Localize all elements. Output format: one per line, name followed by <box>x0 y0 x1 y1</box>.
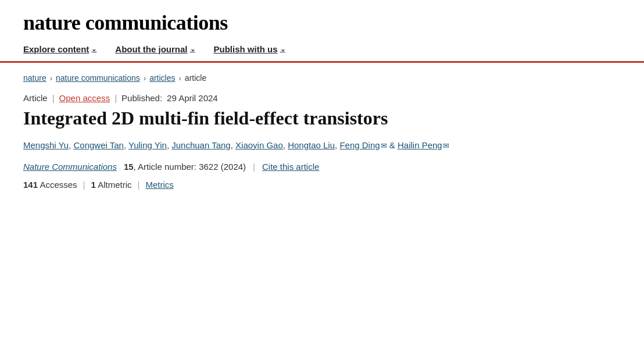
author-congwei-tan[interactable]: Congwei Tan <box>73 140 123 150</box>
nav-explore-content-label: Explore content <box>23 44 89 54</box>
journal-info: Nature Communications 15, Article number… <box>23 162 621 172</box>
published-date: 29 April 2024 <box>167 93 218 103</box>
metrics-link[interactable]: Metrics <box>145 180 173 190</box>
published-label: Published: <box>121 93 162 103</box>
chevron-down-icon: ⌄ <box>280 45 285 53</box>
chevron-down-icon: ⌄ <box>91 45 96 53</box>
meta-separator-2: | <box>115 93 117 103</box>
author-yuling-yin[interactable]: Yuling Yin <box>128 140 167 150</box>
breadcrumb-current: article <box>185 73 206 83</box>
main-nav: Explore content ⌄ About the journal ⌄ Pu… <box>23 44 621 61</box>
breadcrumb-nature-communications[interactable]: nature communications <box>56 73 140 83</box>
nav-about-journal-label: About the journal <box>115 44 187 54</box>
author-hailin-peng[interactable]: Hailin Peng <box>398 140 442 150</box>
metrics-separator-1: | <box>83 180 85 190</box>
nav-publish-with-us-label: Publish with us <box>214 44 278 54</box>
metrics-bar: 141 Accesses | 1 Altmetric | Metrics <box>23 180 621 190</box>
breadcrumb: nature › nature communications › article… <box>23 73 621 83</box>
header: nature communications Explore content ⌄ … <box>0 0 644 61</box>
nav-publish-with-us[interactable]: Publish with us ⌄ <box>214 44 285 54</box>
accesses-label: Accesses <box>40 180 77 190</box>
altmetric-count-value: 1 <box>91 180 95 190</box>
accesses-count-value: 141 <box>23 180 38 190</box>
journal-details: 15, Article number: 3622 (2024) <box>124 162 246 172</box>
cite-this-article-link[interactable]: Cite this article <box>262 162 319 172</box>
altmetric-count: 1 Altmetric <box>91 180 131 190</box>
article-year: 2024 <box>224 162 243 172</box>
site-logo[interactable]: nature communications <box>23 10 228 35</box>
author-mengshi-yu[interactable]: Mengshi Yu <box>23 140 69 150</box>
chevron-down-icon: ⌄ <box>190 45 195 53</box>
authors-list: Mengshi Yu, Congwei Tan, Yuling Yin, Jun… <box>23 138 523 152</box>
breadcrumb-articles[interactable]: articles <box>149 73 175 83</box>
journal-volume: 15 <box>124 162 134 172</box>
article-number: 3622 <box>199 162 218 172</box>
email-icon-hailin-peng: ✉ <box>443 140 449 152</box>
breadcrumb-separator-1: › <box>50 74 52 83</box>
nav-explore-content[interactable]: Explore content ⌄ <box>23 44 96 54</box>
email-icon-feng-ding: ✉ <box>381 140 387 152</box>
altmetric-label: Altmetric <box>98 180 131 190</box>
metrics-separator-2: | <box>138 180 140 190</box>
author-hongtao-liu[interactable]: Hongtao Liu <box>288 140 335 150</box>
breadcrumb-separator-3: › <box>179 74 181 83</box>
author-xiaoyin-gao[interactable]: Xiaoyin Gao <box>235 140 283 150</box>
article-meta: Article | Open access | Published: 29 Ap… <box>23 93 621 103</box>
article-type: Article <box>23 93 48 103</box>
nav-about-journal[interactable]: About the journal ⌄ <box>115 44 195 54</box>
ampersand: & <box>389 140 395 150</box>
meta-separator-1: | <box>52 93 55 103</box>
journal-name-link[interactable]: Nature Communications <box>23 162 117 172</box>
article-content: nature › nature communications › article… <box>0 63 644 201</box>
breadcrumb-separator-2: › <box>144 74 146 83</box>
article-title: Integrated 2D multi-fin field-effect tra… <box>23 108 500 129</box>
author-junchuan-tang[interactable]: Junchuan Tang <box>171 140 230 150</box>
article-number-label: Article number: <box>138 162 196 172</box>
breadcrumb-nature[interactable]: nature <box>23 73 46 83</box>
open-access-link[interactable]: Open access <box>59 93 110 103</box>
author-feng-ding[interactable]: Feng Ding <box>339 140 380 150</box>
journal-divider: | <box>253 162 255 172</box>
accesses-count: 141 Accesses <box>23 180 77 190</box>
